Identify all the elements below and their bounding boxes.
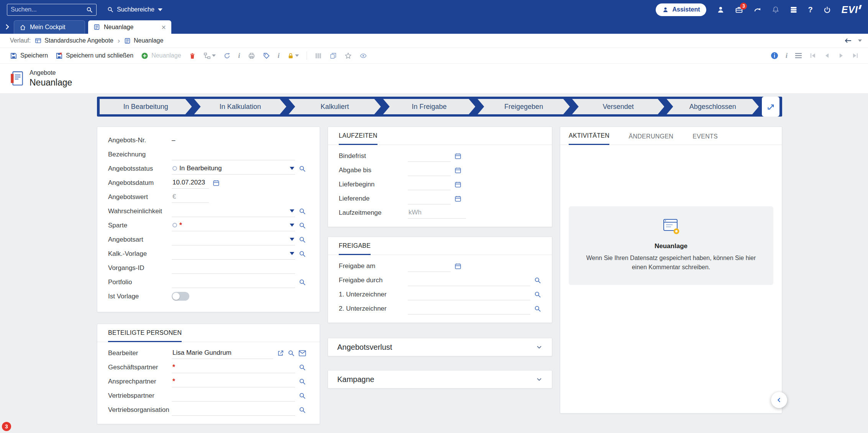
redo-icon[interactable] xyxy=(753,6,761,14)
calendar-icon[interactable] xyxy=(455,167,461,174)
kalk-vorlage-input[interactable] xyxy=(172,250,287,257)
section-kampagne[interactable]: Kampagne xyxy=(328,370,552,389)
tags-button[interactable] xyxy=(263,52,270,59)
columns-button[interactable] xyxy=(315,52,322,59)
laufzeitmenge-input[interactable] xyxy=(409,209,465,216)
workflow-menu-button[interactable] xyxy=(203,52,216,59)
workflow-step-versendet[interactable]: Versendet xyxy=(572,99,665,114)
search-icon[interactable] xyxy=(534,277,541,284)
save-button[interactable]: Speichern xyxy=(10,52,48,59)
workflow-step-freigegeben[interactable]: Freigegeben xyxy=(477,99,570,114)
search-icon[interactable] xyxy=(86,7,93,13)
search-icon[interactable] xyxy=(299,378,306,385)
tab-aenderungen[interactable]: ÄNDERUNGEN xyxy=(628,133,673,145)
search-icon[interactable] xyxy=(299,392,306,399)
search-scope-dropdown[interactable]: Suchbereiche xyxy=(107,6,162,13)
breadcrumb-item-neuanlage[interactable]: Neuanlage xyxy=(124,37,163,44)
first-page-icon[interactable] xyxy=(809,52,816,59)
info-icon[interactable]: i xyxy=(278,52,280,60)
chevron-down-icon[interactable] xyxy=(290,224,294,227)
close-icon[interactable]: × xyxy=(161,23,166,31)
chevron-down-icon[interactable] xyxy=(290,238,294,241)
assistant-button[interactable]: Assistent xyxy=(656,3,706,16)
prev-page-icon[interactable] xyxy=(824,52,830,59)
vertriebsorganisation-input[interactable] xyxy=(172,406,294,413)
info-icon[interactable] xyxy=(771,52,778,59)
vertriebspartner-input[interactable] xyxy=(172,392,294,399)
calendar-icon[interactable] xyxy=(455,181,461,188)
next-page-icon[interactable] xyxy=(838,52,845,59)
search-input[interactable] xyxy=(11,6,83,13)
tab-aktivitaeten[interactable]: AKTIVITÄTEN xyxy=(569,132,609,145)
freigabe-am-input[interactable] xyxy=(409,262,450,270)
chevron-down-icon[interactable] xyxy=(290,167,294,170)
chevron-down-icon[interactable] xyxy=(290,252,294,255)
user-icon[interactable] xyxy=(717,6,725,14)
info-icon[interactable]: i xyxy=(786,52,788,60)
last-page-icon[interactable] xyxy=(852,52,859,59)
angebotswert-input[interactable] xyxy=(172,193,208,201)
freigabe-durch-input[interactable] xyxy=(409,276,530,284)
wahrscheinlichkeit-input[interactable] xyxy=(172,207,287,215)
search-icon[interactable] xyxy=(299,236,306,243)
calendar-icon[interactable] xyxy=(455,195,461,202)
tab-neuanlage[interactable]: Neuanlage × xyxy=(88,20,171,34)
workflow-expand-button[interactable] xyxy=(762,97,779,117)
unterzeichner-2-input[interactable] xyxy=(409,305,530,312)
search-icon[interactable] xyxy=(534,305,541,312)
angebotsart-input[interactable] xyxy=(172,235,287,243)
delete-button[interactable] xyxy=(189,52,196,59)
table-icon[interactable] xyxy=(790,6,797,13)
notification-badge[interactable]: 3 xyxy=(2,422,11,431)
geschaeftspartner-input[interactable] xyxy=(177,363,294,371)
sparte-input[interactable] xyxy=(184,221,287,229)
workflow-step-in-bearbeitung[interactable]: In Bearbeitung xyxy=(100,99,192,114)
ansprechpartner-input[interactable] xyxy=(177,377,294,385)
calendar-icon[interactable] xyxy=(213,179,220,186)
breadcrumb-item-standardsuche[interactable]: Standardsuche Angebote xyxy=(35,37,113,44)
bindefrist-input[interactable] xyxy=(409,152,450,160)
search-icon[interactable] xyxy=(299,279,306,286)
search-icon[interactable] xyxy=(299,222,306,229)
chevron-down-icon[interactable] xyxy=(858,40,862,42)
section-angebotsverlust[interactable]: Angebotsverlust xyxy=(328,338,552,356)
workflow-step-in-freigabe[interactable]: In Freigabe xyxy=(383,99,476,114)
bearbeiter-input[interactable] xyxy=(172,349,272,357)
angebotsstatus-input[interactable] xyxy=(179,165,287,172)
global-search[interactable] xyxy=(7,4,97,16)
help-icon[interactable]: ? xyxy=(808,5,812,14)
portfolio-input[interactable] xyxy=(172,278,294,286)
search-icon[interactable] xyxy=(299,407,306,413)
power-icon[interactable] xyxy=(823,6,831,14)
calendar-icon[interactable] xyxy=(455,263,461,270)
favorite-button[interactable] xyxy=(345,52,352,59)
permissions-button[interactable] xyxy=(287,52,299,59)
angebotsdatum-input[interactable] xyxy=(172,179,208,186)
copy-button[interactable] xyxy=(330,52,337,59)
new-record-button[interactable]: Neuanlage xyxy=(141,52,181,59)
chevron-right-icon[interactable] xyxy=(5,24,10,30)
tab-beteiligte-personen[interactable]: BETEILIGTE PERSONEN xyxy=(108,329,182,342)
tab-events[interactable]: EVENTS xyxy=(692,133,718,145)
print-button[interactable] xyxy=(248,52,255,59)
search-icon[interactable] xyxy=(288,350,295,357)
preview-button[interactable] xyxy=(359,52,367,59)
search-icon[interactable] xyxy=(534,291,541,298)
vorgangs-id-input[interactable] xyxy=(172,264,294,272)
unterzeichner-1-input[interactable] xyxy=(409,290,530,298)
refresh-button[interactable] xyxy=(223,52,231,59)
info-icon[interactable]: i xyxy=(238,52,240,60)
tab-mein-cockpit[interactable]: Mein Cockpit xyxy=(14,20,85,34)
search-icon[interactable] xyxy=(299,250,306,257)
panel-collapse-button[interactable] xyxy=(771,392,787,408)
save-and-close-button[interactable]: Speichern und schließen xyxy=(56,52,133,59)
chevron-down-icon[interactable] xyxy=(290,209,294,212)
lieferbeginn-input[interactable] xyxy=(409,180,450,188)
contacts-icon[interactable]: 3 xyxy=(735,6,743,14)
tab-freigabe[interactable]: FREIGABE xyxy=(339,242,371,255)
open-record-icon[interactable] xyxy=(277,350,284,357)
arrow-left-icon[interactable] xyxy=(844,38,852,44)
bell-icon[interactable] xyxy=(772,6,779,14)
abgabe-bis-input[interactable] xyxy=(409,166,450,174)
calendar-icon[interactable] xyxy=(455,153,461,160)
